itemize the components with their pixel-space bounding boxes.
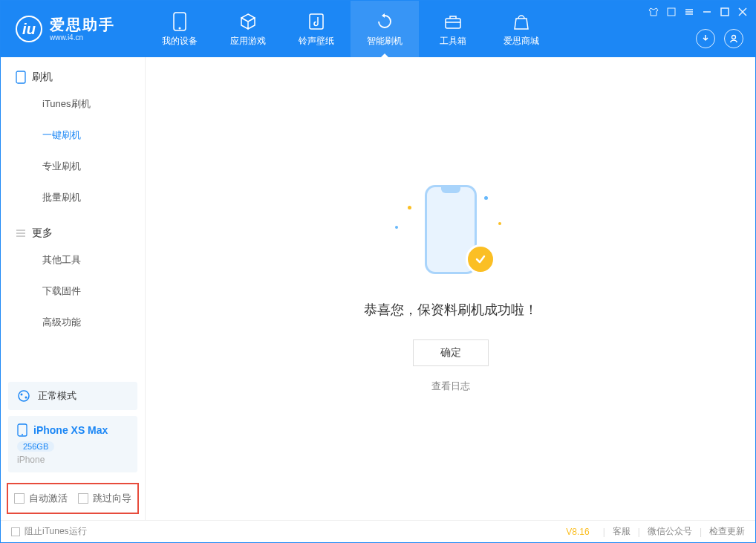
nav-label: 我的设备 [162,35,198,48]
svg-point-22 [22,434,23,435]
toolbox-icon [444,11,462,32]
checkbox-icon[interactable] [78,493,88,504]
footer-link-wechat[interactable]: 微信公众号 [648,525,692,538]
sidebar-item-other-tools[interactable]: 其他工具 [1,244,145,276]
logo-icon: iu [16,16,42,42]
nav-tab-toolbox[interactable]: 工具箱 [419,1,487,57]
sidebar-item-advanced[interactable]: 高级功能 [1,307,145,338]
checkbox-auto-activate[interactable]: 自动激活 [14,492,68,505]
svg-rect-2 [310,14,323,29]
mode-label: 正常模式 [38,389,76,403]
ok-button[interactable]: 确定 [413,339,489,366]
sidebar-item-itunes-flash[interactable]: iTunes刷机 [1,88,145,120]
view-log-link[interactable]: 查看日志 [431,380,470,393]
phone-icon [173,11,186,32]
svg-rect-10 [721,8,729,16]
svg-point-13 [732,36,736,39]
device-phone-icon [17,423,27,437]
checkbox-skip-wizard[interactable]: 跳过向导 [78,492,131,505]
block-itunes-label: 阻止iTunes运行 [25,525,87,538]
pin-icon[interactable] [666,7,677,17]
sidebar-group-more: 更多 [1,213,145,244]
nav-tab-my-device[interactable]: 我的设备 [146,1,214,57]
success-message: 恭喜您，保资料刷机成功啦！ [364,301,538,319]
sparkle-dot [498,222,501,225]
user-button[interactable] [724,29,743,48]
device-storage: 256GB [17,441,54,452]
list-icon [16,228,26,238]
device-type: iPhone [17,455,128,465]
nav-tab-store[interactable]: 爱思商城 [487,1,555,57]
close-icon[interactable] [737,7,748,17]
bag-icon [513,11,529,32]
nav-label: 应用游戏 [230,35,266,48]
svg-rect-5 [668,8,675,16]
sidebar-group-label: 更多 [32,227,53,240]
download-button[interactable] [696,29,715,48]
footer-link-check-update[interactable]: 检查更新 [709,525,745,538]
sparkle-dot [484,196,488,200]
checkbox-label: 跳过向导 [93,492,131,505]
svg-point-18 [19,391,29,401]
app-header: iu 爱思助手 www.i4.cn 我的设备 应用游戏 铃声壁纸 [1,1,755,57]
svg-point-20 [25,397,27,399]
sparkle-dot [408,206,411,209]
sidebar-item-pro-flash[interactable]: 专业刷机 [1,151,145,182]
menu-icon[interactable] [684,7,694,17]
nav-tabs: 我的设备 应用游戏 铃声壁纸 智能刷机 工具箱 [146,1,555,57]
sparkle-dot [395,226,398,229]
check-circle-icon [466,244,495,274]
cube-icon [239,11,257,32]
svg-rect-14 [16,71,25,83]
maximize-icon[interactable] [720,7,730,17]
success-illustration [406,185,495,282]
version-label: V8.16 [566,527,589,537]
logo-subtitle: www.i4.cn [50,33,115,42]
sidebar-item-onekey-flash[interactable]: 一键刷机 [1,120,145,151]
footer-link-support[interactable]: 客服 [613,525,630,538]
svg-point-19 [21,394,23,396]
checkbox-icon[interactable] [14,493,25,504]
svg-rect-3 [446,19,460,28]
window-controls [648,7,748,17]
nav-label: 铃声壁纸 [299,35,334,48]
main-content: 恭喜您，保资料刷机成功啦！ 确定 查看日志 [146,57,755,520]
nav-tab-apps-games[interactable]: 应用游戏 [214,1,282,57]
nav-tab-ringtones-wallpapers[interactable]: 铃声壁纸 [282,1,351,57]
sidebar-item-download-firmware[interactable]: 下载固件 [1,276,145,307]
device-name: iPhone XS Max [33,424,108,436]
nav-tab-smart-flash[interactable]: 智能刷机 [351,1,419,57]
mode-status[interactable]: 正常模式 [8,382,137,410]
svg-point-1 [179,27,181,29]
refresh-icon [376,11,394,32]
logo-title: 爱思助手 [50,16,115,33]
nav-label: 工具箱 [440,35,466,48]
options-highlight-box: 自动激活 跳过向导 [7,483,139,514]
minimize-icon[interactable] [702,7,712,17]
music-note-icon [308,11,325,32]
checkbox-label: 自动激活 [29,492,68,505]
mode-icon [17,389,30,403]
sidebar-item-batch-flash[interactable]: 批量刷机 [1,182,145,213]
status-bar: 阻止iTunes运行 V8.16 | 客服 | 微信公众号 | 检查更新 [1,520,755,542]
device-panel[interactable]: iPhone XS Max 256GB iPhone [8,416,137,472]
sidebar-group-label: 刷机 [32,71,53,84]
shirt-icon[interactable] [648,7,659,17]
nav-label: 智能刷机 [367,35,403,48]
checkbox-block-itunes[interactable] [11,527,20,536]
sidebar: 刷机 iTunes刷机 一键刷机 专业刷机 批量刷机 更多 其他工具 下载固件 … [1,57,146,520]
nav-label: 爱思商城 [504,35,539,48]
sidebar-group-flash: 刷机 [1,57,145,88]
logo-area: iu 爱思助手 www.i4.cn [1,16,146,42]
phone-small-icon [16,71,26,84]
